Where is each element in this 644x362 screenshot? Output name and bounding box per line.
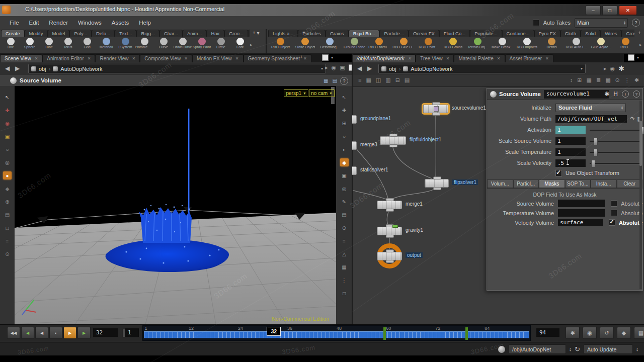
menu-item[interactable]: File <box>5 18 24 28</box>
shelf-tab[interactable]: Groo... <box>224 30 248 37</box>
tool-icon[interactable]: ⊙ <box>3 250 12 258</box>
network-node[interactable]: output <box>377 252 402 259</box>
shelf-tool[interactable]: Make Break... <box>490 37 515 53</box>
param-slider[interactable] <box>590 149 642 155</box>
shelf-tool[interactable]: Metaball <box>97 37 116 53</box>
network-toolbar-icon[interactable]: ⊟ <box>395 77 400 83</box>
back-icon[interactable]: ◀ <box>357 65 362 72</box>
slider-handle[interactable] <box>594 149 598 156</box>
mask-field[interactable]: surface <box>558 219 603 226</box>
add-shelf-tab-button[interactable]: + ▾ <box>251 30 262 36</box>
shelf-tab[interactable]: Containe... <box>502 30 534 37</box>
playback-button[interactable]: ▪ <box>49 327 62 339</box>
use-object-transform-checkbox[interactable] <box>555 170 562 176</box>
scrollbar-thumb[interactable] <box>639 121 642 166</box>
close-icon[interactable]: ✕ <box>88 56 91 61</box>
playback-button[interactable]: ▶ <box>63 327 76 339</box>
shelf-tool[interactable]: Circle <box>211 37 230 53</box>
shelf-tool[interactable]: Ground Plane <box>342 37 367 53</box>
tool-icon[interactable]: ◎ <box>340 185 349 193</box>
context-selector[interactable]: /obj/AutoDopNet <box>509 344 566 354</box>
shelf-tab[interactable]: Char... <box>159 30 183 37</box>
help-button[interactable]: ? <box>632 19 640 27</box>
menu-item[interactable]: Windows <box>73 18 106 28</box>
tool-icon[interactable]: ◎ <box>3 158 12 166</box>
network-node[interactable]: sourcevolume1 <box>423 105 448 112</box>
params-scrollbar[interactable] <box>639 101 642 289</box>
playbar-option-button[interactable]: ◆ <box>617 327 631 339</box>
playbar-option-button[interactable]: ↺ <box>600 327 614 339</box>
chevron-down-icon[interactable]: ▾ <box>637 55 639 60</box>
snapshot-icon[interactable]: ▣ <box>340 64 345 71</box>
volume-path-field[interactable]: /obj/Crown/OUT_vel <box>555 115 627 123</box>
shelf-tab[interactable]: Solid <box>581 30 600 37</box>
shelf-tab[interactable]: Cloth <box>560 30 581 37</box>
network-node[interactable]: merge3 <box>352 141 357 149</box>
shelf-tool[interactable]: RBD Point... <box>416 37 441 53</box>
chevron-down-icon[interactable]: ▾ <box>581 66 583 71</box>
pane-controls[interactable]: ▾ <box>322 54 333 61</box>
playback-button[interactable]: ▶ <box>77 327 91 339</box>
tool-icon[interactable]: ▦ <box>340 263 349 271</box>
node-label[interactable]: flipfluidobject1 <box>410 137 441 142</box>
link-icon[interactable]: ◉ <box>332 64 337 71</box>
minimize-button[interactable]: – <box>586 6 601 15</box>
chevron-down-icon[interactable]: ▾ <box>321 66 323 71</box>
breadcrumb-node[interactable]: AutoDopNetwork <box>60 66 102 72</box>
shelf-tool[interactable]: Debris <box>539 37 564 53</box>
tool-icon[interactable]: ⊕ <box>3 198 12 206</box>
shelf-tab[interactable]: Particle... <box>379 30 409 37</box>
spinner-icon[interactable]: ▴▾ <box>570 347 571 351</box>
tool-icon[interactable]: ▣ <box>340 171 349 179</box>
shelf-tool[interactable]: RBD... <box>613 37 638 53</box>
shelf-tab[interactable]: Modify <box>25 30 48 37</box>
shelf-tab[interactable]: Rigg... <box>136 30 159 37</box>
shelf-overflow-arrow[interactable]: ▸ <box>639 42 642 47</box>
node-label[interactable]: staticsolver1 <box>360 167 388 172</box>
shelf-tool[interactable]: Box <box>1 37 20 53</box>
pin-icon[interactable]: ▸ <box>325 64 328 71</box>
network-node[interactable]: flipfluidobject1 <box>380 136 406 144</box>
close-icon[interactable]: ✕ <box>35 56 38 61</box>
param-tab[interactable]: Clear <box>617 179 643 188</box>
param-tab[interactable]: SOP To... <box>565 179 591 188</box>
shelf-tool[interactable]: Platonic So... <box>135 37 154 53</box>
shelf-tab[interactable]: Hair <box>206 30 224 37</box>
mask-field[interactable] <box>558 209 605 217</box>
path-field[interactable]: obj › AutoDopNetwork ▾ <box>378 64 586 73</box>
pane-tab[interactable]: Motion FX View ✕ <box>192 54 244 62</box>
help-icon[interactable]: ? <box>633 90 640 98</box>
info-icon[interactable]: i <box>622 90 629 98</box>
spinner-icon[interactable]: ▴▾ <box>621 106 623 110</box>
pane-splitter[interactable] <box>352 53 353 324</box>
shelf-tab[interactable]: Create <box>1 30 25 37</box>
close-icon[interactable]: ✕ <box>184 56 188 61</box>
tool-icon[interactable]: ✎ <box>340 198 349 206</box>
shelf-tab[interactable]: Ocean FX <box>409 30 439 37</box>
close-icon[interactable]: ✕ <box>545 56 549 61</box>
network-node[interactable]: flipsolver1 <box>425 179 449 187</box>
network-toolbar-icon[interactable]: ≣ <box>596 77 601 83</box>
shelf-tab[interactable]: Particles <box>298 30 325 37</box>
add-pane-tab-button[interactable]: + <box>523 54 530 60</box>
tool-icon[interactable]: ✚ <box>3 106 12 114</box>
node-label[interactable]: output <box>406 252 423 258</box>
shelf-tab[interactable]: Wires <box>600 30 621 37</box>
param-tab[interactable]: Volum... <box>487 179 513 188</box>
breadcrumb-root[interactable]: obj <box>389 66 396 72</box>
network-toolbar-icon[interactable]: ▩ <box>605 77 610 83</box>
shelf-tool[interactable]: RBD Fractu... <box>367 37 391 53</box>
network-node[interactable]: staticsolver1 <box>352 166 357 174</box>
node-label[interactable]: sourcevolume1 <box>452 105 486 111</box>
maximize-button[interactable]: □ <box>602 6 617 15</box>
tool-icon[interactable]: ○ <box>3 145 12 153</box>
breadcrumb-node[interactable]: AutoDopNetwork <box>411 66 452 72</box>
help-button[interactable]: ? <box>340 77 348 85</box>
node-label[interactable]: merge1 <box>406 201 423 207</box>
menu-item[interactable]: Edit <box>25 18 44 28</box>
network-toolbar-icon[interactable]: ↕ <box>570 77 573 83</box>
node-body[interactable] <box>377 252 402 260</box>
tool-icon[interactable]: ⋮ <box>340 276 349 284</box>
tool-icon[interactable]: □ <box>3 224 12 232</box>
tool-icon[interactable]: ● <box>3 171 12 179</box>
